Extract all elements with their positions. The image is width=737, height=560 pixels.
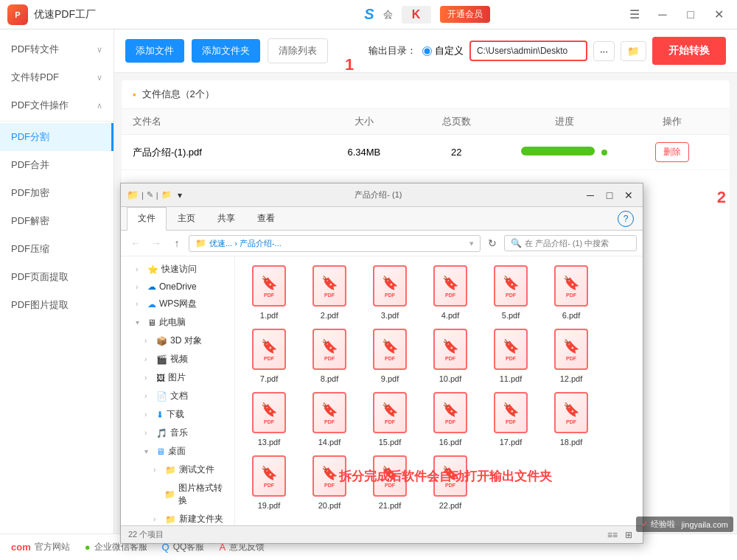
ribbon-tab-file[interactable]: 文件	[127, 207, 167, 231]
delete-button[interactable]: 删除	[655, 142, 689, 162]
file-grid-item[interactable]: 🔖 PDF 21.pdf	[363, 454, 416, 510]
file-grid-item[interactable]: 🔖 PDF 18.pdf	[545, 391, 598, 447]
file-progress	[503, 147, 626, 158]
dialog-minimize-button[interactable]: ─	[582, 187, 598, 203]
tree-item-desktop[interactable]: ▾ 🖥 桌面	[121, 442, 234, 461]
address-path[interactable]: 📁 优速... › 产品介绍-... ▾	[189, 235, 481, 252]
pdf-label: PDF	[506, 293, 516, 298]
up-button[interactable]: ↑	[168, 234, 186, 252]
app-title: 优速PDF工厂	[34, 8, 231, 21]
sidebar-item-pdf-page-extract[interactable]: PDF页面提取	[0, 263, 113, 291]
file-grid-item[interactable]: 🔖 PDF 11.pdf	[484, 327, 537, 383]
start-convert-button[interactable]: 开始转换	[652, 37, 726, 65]
file-grid-item[interactable]: 🔖 PDF 1.pdf	[242, 264, 296, 320]
tree-item-pictures[interactable]: › 🖼 图片	[121, 368, 234, 387]
sidebar-item-file-to-pdf[interactable]: 文件转PDF ∨	[0, 63, 113, 91]
pdf-filename: 21.pdf	[379, 501, 402, 510]
file-grid-item[interactable]: 🔖 PDF 2.pdf	[303, 264, 356, 320]
pdf-file-icon: 🔖 PDF	[433, 265, 467, 307]
pdf-label: PDF	[566, 356, 576, 361]
file-grid-item[interactable]: 🔖 PDF 6.pdf	[545, 264, 598, 320]
minimize-button[interactable]: ─	[652, 4, 674, 26]
file-grid-item[interactable]: 🔖 PDF 14.pdf	[303, 391, 356, 447]
expand-icon: ▾	[136, 318, 144, 326]
file-grid-item[interactable]: 🔖 PDF 8.pdf	[303, 327, 356, 383]
help-button[interactable]: ?	[618, 211, 634, 227]
clear-list-button[interactable]: 清除列表	[268, 38, 328, 63]
file-grid-item[interactable]: 🔖 PDF 19.pdf	[242, 454, 296, 510]
close-button[interactable]: ✕	[708, 4, 730, 26]
tree-item-wps-cloud[interactable]: › ☁ WPS网盘	[121, 295, 234, 313]
tree-item-onedrive[interactable]: › ☁ OneDrive	[121, 279, 234, 295]
file-grid-item[interactable]: 🔖 PDF 5.pdf	[484, 264, 537, 320]
ribbon-tab-home[interactable]: 主页	[167, 207, 206, 230]
dialog-folder-icon: 📁	[127, 189, 139, 200]
file-count-label: 文件信息（2个）	[142, 88, 214, 101]
file-grid-item[interactable]: 🔖 PDF 12.pdf	[545, 327, 598, 383]
file-grid-item[interactable]: 🔖 PDF 16.pdf	[424, 391, 477, 447]
ribbon-tab-share[interactable]: 共享	[206, 207, 246, 230]
toolbar: 添加文件 添加文件夹 清除列表 输出目录： 自定义 C:\Users\admin…	[114, 29, 737, 73]
file-grid-item[interactable]: 🔖 PDF 17.pdf	[484, 391, 537, 447]
file-grid-item[interactable]: 🔖 PDF 22.pdf	[424, 454, 477, 510]
sidebar-item-pdf-split[interactable]: PDF分割	[0, 123, 113, 151]
file-grid-item[interactable]: 🔖 PDF 15.pdf	[363, 391, 416, 447]
tree-item-3d[interactable]: › 📦 3D 对象	[121, 332, 234, 350]
sidebar-item-pdf-compress[interactable]: PDF压缩	[0, 235, 113, 263]
pdf-filename: 10.pdf	[439, 374, 462, 383]
add-file-button[interactable]: 添加文件	[125, 39, 184, 63]
sidebar-item-pdf-to-file[interactable]: PDF转文件 ∨	[0, 35, 113, 63]
ribbon-tab-view[interactable]: 查看	[246, 207, 286, 230]
file-grid-item[interactable]: 🔖 PDF 3.pdf	[363, 264, 416, 320]
dialog-maximize-button[interactable]: □	[601, 187, 618, 203]
tree-item-music[interactable]: › 🎵 音乐	[121, 424, 234, 442]
maximize-button[interactable]: □	[680, 4, 702, 26]
sidebar-item-pdf-decrypt[interactable]: PDF解密	[0, 207, 113, 235]
refresh-button[interactable]: ↻	[483, 234, 501, 252]
sidebar-item-pdf-operations[interactable]: PDF文件操作 ∧	[0, 91, 113, 119]
tree-item-quick-access[interactable]: › ⭐ 快速访问	[121, 260, 234, 279]
back-button[interactable]: ←	[127, 234, 144, 252]
pdf-filename: 4.pdf	[441, 311, 459, 320]
sidebar: PDF转文件 ∨ 文件转PDF ∨ PDF文件操作 ∧ PDF分割 PDF合并 …	[0, 29, 114, 533]
tree-label: 快速访问	[161, 263, 197, 276]
tree-item-downloads[interactable]: › ⬇ 下载	[121, 405, 234, 424]
dialog-close-button[interactable]: ✕	[621, 187, 637, 203]
file-grid-item[interactable]: 🔖 PDF 9.pdf	[363, 327, 416, 383]
add-folder-button[interactable]: 添加文件夹	[192, 39, 260, 63]
tree-item-img-convert[interactable]: 📁 图片格式转换	[121, 479, 234, 510]
tree-label: 音乐	[170, 427, 188, 439]
output-custom-radio[interactable]: 自定义	[422, 44, 464, 57]
search-box[interactable]: 🔍	[504, 235, 637, 251]
custom-radio-input[interactable]	[422, 46, 432, 56]
website-link[interactable]: com 官方网站	[11, 541, 70, 553]
pdf-file-icon: 🔖 PDF	[433, 392, 467, 433]
more-options-button[interactable]: ···	[593, 41, 615, 61]
file-grid-item[interactable]: 🔖 PDF 10.pdf	[424, 327, 477, 383]
file-grid-item[interactable]: 🔖 PDF 7.pdf	[242, 327, 296, 383]
tree-item-this-pc[interactable]: ▾ 🖥 此电脑	[121, 313, 234, 332]
file-grid-item[interactable]: 🔖 PDF 4.pdf	[424, 264, 477, 320]
tree-item-video[interactable]: › 🎬 视频	[121, 350, 234, 368]
file-icon-wrapper: 🔖 PDF	[492, 327, 530, 371]
pdf-symbol: 🔖	[261, 338, 277, 354]
sidebar-item-pdf-merge[interactable]: PDF合并	[0, 151, 113, 179]
open-folder-button[interactable]: 📁	[621, 41, 646, 61]
grid-view-icon[interactable]: ⊞	[622, 528, 635, 542]
open-vip-button[interactable]: 开通会员	[440, 6, 490, 23]
sidebar-item-pdf-image-extract[interactable]: PDF图片提取	[0, 291, 113, 319]
list-view-icon[interactable]: ≡≡	[606, 528, 619, 542]
cloud-icon: ☁	[147, 281, 156, 292]
tree-item-test-files[interactable]: › 📁 测试文件	[121, 461, 234, 479]
file-grid-item[interactable]: 🔖 PDF 20.pdf	[303, 454, 356, 510]
search-input[interactable]	[525, 239, 613, 248]
tree-item-documents[interactable]: › 📄 文档	[121, 387, 234, 405]
pdf-symbol: 🔖	[261, 275, 277, 291]
tree-item-new-folder[interactable]: › 📁 新建文件夹	[121, 510, 234, 525]
file-grid-item[interactable]: 🔖 PDF 13.pdf	[242, 391, 296, 447]
dialog-body: › ⭐ 快速访问 › ☁ OneDrive › ☁ WPS网盘 ▾ 🖥 此电脑 …	[121, 256, 643, 525]
pdf-symbol: 🔖	[382, 465, 398, 481]
sidebar-item-pdf-encrypt[interactable]: PDF加密	[0, 179, 113, 207]
forward-button[interactable]: →	[147, 234, 165, 252]
menu-button[interactable]: ☰	[624, 4, 646, 26]
